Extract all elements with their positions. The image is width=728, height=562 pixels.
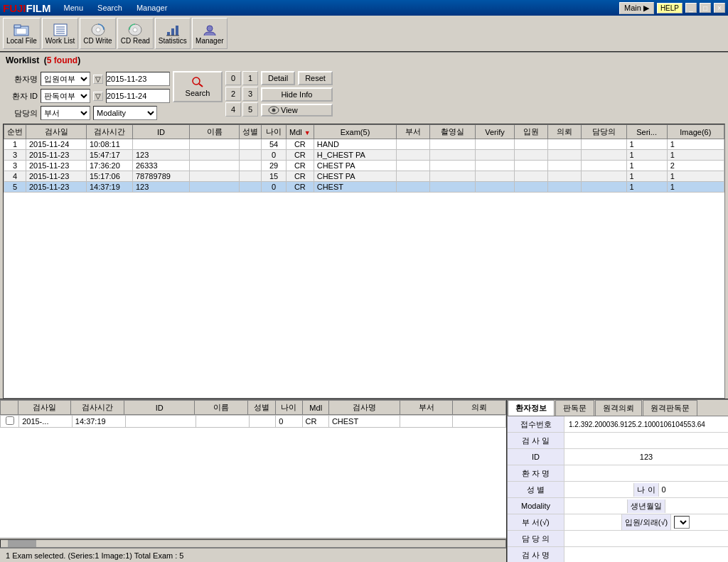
tab-patient-info[interactable]: 환자정보 bbox=[508, 400, 555, 416]
date-picker-icon-2[interactable]: ▽ bbox=[93, 92, 103, 101]
menu-menu[interactable]: Menu bbox=[57, 2, 91, 13]
table-cell bbox=[475, 182, 514, 193]
manager-button[interactable]: Manager bbox=[192, 18, 228, 49]
num-btn-1[interactable]: 1 bbox=[242, 71, 258, 85]
work-list-button[interactable]: Work List bbox=[42, 18, 79, 49]
patient-info-panel: 접수번호 1.2.392.200036.9125.2.1000106104553… bbox=[508, 416, 728, 562]
minimize-button[interactable]: _ bbox=[685, 3, 697, 13]
modality-value bbox=[564, 499, 627, 513]
right-tabs: 환자정보 판독문 원격의뢰 원격판독문 bbox=[508, 400, 728, 416]
col-header-verify: Verify bbox=[475, 125, 514, 139]
table-row[interactable]: 32015-11-2317:36:202633329CRCHEST PA12 bbox=[4, 161, 724, 171]
work-list-icon bbox=[52, 23, 69, 37]
main-table-container[interactable]: 순번 검사일 검사시간 ID 이름 성별 나이 Mdl ▼ Exam(5) 부서… bbox=[3, 124, 725, 399]
btcol-id: ID bbox=[124, 401, 195, 415]
cd-write-button[interactable]: CD Write bbox=[80, 18, 115, 49]
table-cell bbox=[581, 139, 626, 150]
gender-value bbox=[564, 483, 633, 497]
cd-read-button[interactable]: CD Read bbox=[117, 18, 154, 49]
info-row-name: 환 자 명 bbox=[508, 465, 728, 482]
svg-line-18 bbox=[199, 84, 203, 87]
doctor-value bbox=[564, 537, 728, 540]
date-input-1[interactable] bbox=[106, 72, 170, 86]
filter-label-1: 환자명 bbox=[6, 74, 38, 85]
svg-rect-13 bbox=[171, 28, 174, 36]
num-btn-5[interactable]: 5 bbox=[242, 102, 258, 117]
table-cell: 1 bbox=[667, 139, 724, 150]
table-cell: 2015-11-23 bbox=[26, 171, 87, 182]
view-button[interactable]: View bbox=[261, 104, 333, 117]
table-cell bbox=[548, 139, 582, 150]
help-button[interactable]: HELP bbox=[657, 3, 682, 13]
table-cell: 1 bbox=[667, 171, 724, 182]
bottom-scrollbar[interactable] bbox=[0, 538, 506, 548]
restore-button[interactable]: □ bbox=[700, 3, 711, 13]
filter-type-1[interactable]: 입원여부 bbox=[41, 72, 90, 86]
table-cell: 1 bbox=[626, 182, 667, 193]
table-cell: CHEST PA bbox=[314, 171, 397, 182]
btcol-gender: 성별 bbox=[248, 401, 276, 415]
local-file-button[interactable]: Local File bbox=[3, 18, 41, 49]
table-cell: 5 bbox=[4, 182, 26, 193]
date-input-2[interactable] bbox=[106, 89, 170, 103]
bottom-data-table: 2015-... 14:37:19 0 CR CHEST bbox=[0, 415, 506, 428]
table-row[interactable]: 52015-11-2314:37:191230CRCHEST11 bbox=[4, 182, 724, 193]
row-checkbox[interactable] bbox=[6, 416, 14, 425]
tab-remote-read[interactable]: 원격판독문 bbox=[643, 400, 697, 416]
dept-inout-sub: 입원/외래(√) bbox=[564, 514, 728, 530]
close-button[interactable]: × bbox=[714, 3, 725, 13]
menu-search[interactable]: Search bbox=[90, 2, 129, 13]
col-header-room: 촬영실 bbox=[430, 125, 476, 139]
table-row[interactable]: 42015-11-2315:17:067878978915CRCHEST PA1… bbox=[4, 171, 724, 182]
table-cell bbox=[190, 171, 240, 182]
table-row[interactable]: 12015-11-2410:08:1154CRHAND11 bbox=[4, 139, 724, 150]
reset-button[interactable]: Reset bbox=[298, 71, 333, 85]
dept-value bbox=[564, 514, 621, 530]
num-btn-2[interactable]: 2 bbox=[225, 87, 241, 101]
detail-button[interactable]: Detail bbox=[261, 71, 295, 85]
filter-label-3: 담당의 bbox=[6, 108, 38, 119]
tab-reading[interactable]: 판독문 bbox=[555, 400, 594, 416]
table-cell: 2015-11-23 bbox=[26, 161, 87, 171]
statistics-button[interactable]: Statistics bbox=[155, 18, 191, 49]
manager-icon bbox=[201, 23, 218, 37]
col-header-dept: 부서 bbox=[397, 125, 430, 139]
num-btn-4[interactable]: 4 bbox=[225, 102, 241, 117]
num-btn-3[interactable]: 3 bbox=[242, 87, 258, 101]
table-cell: CHEST bbox=[314, 182, 397, 193]
col-header-series: Seri... bbox=[626, 125, 667, 139]
table-cell bbox=[430, 139, 476, 150]
table-cell: 1 bbox=[4, 139, 26, 150]
hide-info-button[interactable]: Hide Info bbox=[261, 87, 333, 102]
main-button[interactable]: Main ▶ bbox=[619, 2, 654, 14]
col-header-mdl: Mdl ▼ bbox=[287, 125, 314, 139]
col-header-age: 나이 bbox=[262, 125, 287, 139]
svg-rect-2 bbox=[16, 28, 26, 34]
filter-row-1: 환자명 입원여부 ▽ bbox=[6, 71, 170, 87]
tab-remote-ref[interactable]: 원격의뢰 bbox=[595, 400, 642, 416]
table-cell bbox=[548, 150, 582, 161]
inout-select[interactable] bbox=[674, 516, 690, 529]
titlebar-nav: Menu Search Manager bbox=[57, 2, 175, 13]
view-label: View bbox=[281, 106, 298, 114]
table-cell bbox=[240, 161, 262, 171]
scrollbar-thumb[interactable] bbox=[8, 540, 36, 547]
date-picker-icon-1[interactable]: ▽ bbox=[93, 75, 103, 84]
table-cell bbox=[475, 171, 514, 182]
filter-type-2[interactable]: 판독여부 bbox=[41, 89, 90, 103]
filter-modality[interactable]: Modality bbox=[93, 106, 157, 120]
table-cell: 0 bbox=[262, 182, 287, 193]
right-panel: 환자정보 판독문 원격의뢰 원격판독문 접수번호 1.2.392.200036.… bbox=[508, 400, 728, 562]
table-row[interactable]: 32015-11-2315:47:171230CRH_CHEST PA11 bbox=[4, 150, 724, 161]
table-cell bbox=[430, 150, 476, 161]
menu-manager[interactable]: Manager bbox=[129, 2, 174, 13]
table-cell: H_CHEST PA bbox=[314, 150, 397, 161]
filter-dept[interactable]: 부서 bbox=[41, 106, 90, 120]
bottom-table-area[interactable]: 2015-... 14:37:19 0 CR CHEST bbox=[0, 415, 506, 538]
search-button[interactable]: Search bbox=[173, 71, 223, 102]
svg-rect-3 bbox=[54, 24, 67, 36]
num-btn-0[interactable]: 0 bbox=[225, 71, 241, 85]
local-file-icon bbox=[13, 23, 30, 37]
table-row[interactable]: 2015-... 14:37:19 0 CR CHEST bbox=[1, 416, 506, 428]
svg-rect-1 bbox=[14, 25, 21, 28]
